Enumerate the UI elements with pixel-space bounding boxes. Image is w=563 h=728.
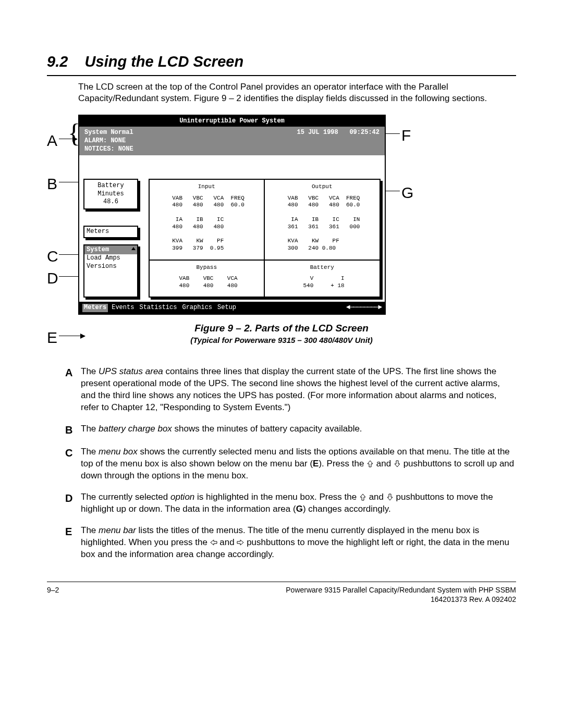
- arrow-A: [59, 139, 77, 139]
- figure-subcaption: (Typical for Powerware 9315 – 300 480/48…: [47, 335, 516, 346]
- panel-input-title: Input: [155, 183, 259, 190]
- panel-bypass-data: VAB VBC VCA 480 480 480: [176, 275, 238, 290]
- def-C-letter: C: [65, 446, 77, 482]
- left-arrow-icon: [210, 539, 217, 546]
- panel-input: Input VAB VBC VCA FREQ 480 480 480 60.0 …: [150, 180, 265, 260]
- intro-paragraph: The LCD screen at the top of the Control…: [78, 81, 516, 104]
- right-arrow-icon: [237, 539, 244, 546]
- arrow-E: [59, 336, 85, 336]
- menu-option-load-amps[interactable]: Load Amps: [84, 254, 137, 263]
- callout-D: D: [47, 268, 58, 288]
- def-D: D The currently selected option is highl…: [65, 491, 516, 515]
- def-B-text: The battery charge box shows the minutes…: [81, 423, 516, 437]
- callout-B: B: [47, 174, 57, 194]
- def-C: C The menu box shows the currently selec…: [65, 446, 516, 482]
- information-area: Input VAB VBC VCA FREQ 480 480 480 60.0 …: [149, 179, 381, 298]
- panel-bypass-title: Bypass: [155, 264, 259, 271]
- down-arrow-icon: [394, 460, 401, 467]
- status-line2: ALARM: NONE: [84, 137, 133, 145]
- menu-box[interactable]: System Load Amps Versions: [83, 244, 138, 298]
- lcd-menu-bar[interactable]: Meters Events Statistics Graphics Setup …: [79, 302, 385, 314]
- battery-value: 48.6: [87, 198, 135, 206]
- panel-input-data: VAB VBC VCA FREQ 480 480 480 60.0 IA IB …: [169, 195, 244, 252]
- def-A: A The UPS status area contains three lin…: [65, 366, 516, 414]
- battery-label1: Battery: [87, 182, 135, 190]
- meters-box: Meters: [83, 226, 138, 238]
- scroll-up-icon[interactable]: [131, 247, 136, 250]
- lcd-body: Battery Minutes 48.6 Meters System Load …: [79, 155, 385, 302]
- def-D-text: The currently selected option is highlig…: [81, 491, 516, 515]
- footer-page: 9–2: [47, 585, 59, 604]
- menubar-events[interactable]: Events: [110, 304, 136, 312]
- def-D-letter: D: [65, 491, 77, 515]
- panel-output-data: VAB VBC VCA FREQ 480 480 480 60.0 IA IB …: [284, 195, 360, 252]
- lcd-left-column: Battery Minutes 48.6 Meters System Load …: [83, 179, 138, 298]
- menubar-statistics[interactable]: Statistics: [138, 304, 178, 312]
- status-line1: System Normal: [84, 129, 133, 137]
- footer-right: Powerware 9315 Parallel Capacity/Redunda…: [286, 585, 516, 604]
- footer-line1: Powerware 9315 Parallel Capacity/Redunda…: [286, 585, 516, 595]
- callout-F: F: [401, 125, 411, 145]
- callout-A: A: [47, 130, 57, 151]
- def-E: E The menu bar lists the titles of the m…: [65, 525, 516, 561]
- menubar-graphics[interactable]: Graphics: [180, 304, 214, 312]
- status-left: System Normal ALARM: NONE NOTICES: NONE: [84, 129, 133, 153]
- up-arrow-icon: [366, 460, 374, 467]
- status-right: 15 JUL 1998 09:25:42: [297, 129, 380, 153]
- lcd-status-area: System Normal ALARM: NONE NOTICES: NONE …: [79, 127, 385, 155]
- section-title-text: Using the LCD Screen: [85, 53, 244, 70]
- battery-label2: Minutes: [87, 190, 135, 199]
- menu-option-versions[interactable]: Versions: [84, 263, 137, 271]
- panel-output: Output VAB VBC VCA FREQ 480 480 480 60.0…: [265, 180, 380, 260]
- def-B: B The battery charge box shows the minut…: [65, 423, 516, 437]
- down-arrow-icon: [386, 493, 394, 501]
- panel-battery-data: V I 540 + 18: [300, 275, 345, 290]
- rule: [47, 75, 516, 76]
- section-number: 9.2: [47, 53, 68, 70]
- battery-charge-box: Battery Minutes 48.6: [83, 179, 138, 209]
- def-C-text: The menu box shows the currently selecte…: [81, 446, 516, 482]
- menu-title: System: [87, 246, 109, 254]
- up-arrow-icon: [359, 493, 366, 501]
- callout-C: C: [47, 246, 58, 266]
- panel-battery-title: Battery: [270, 264, 375, 271]
- lcd-screen: Uninterruptible Power System System Norm…: [78, 115, 386, 315]
- callout-E: E: [47, 327, 57, 348]
- panel-bypass: Bypass VAB VBC VCA 480 480 480: [150, 261, 265, 297]
- callout-G: G: [401, 182, 413, 203]
- status-time: 09:25:42: [349, 129, 380, 136]
- callout-definitions: A The UPS status area contains three lin…: [65, 366, 516, 560]
- def-E-text: The menu bar lists the titles of the men…: [81, 525, 516, 561]
- menu-title-row: System: [84, 245, 137, 255]
- status-date: 15 JUL 1998: [297, 129, 338, 136]
- def-A-text: The UPS status area contains three lines…: [81, 366, 516, 414]
- figure-caption: Figure 9 – 2. Parts of the LCD Screen: [47, 322, 516, 335]
- meters-label: Meters: [87, 228, 109, 235]
- def-A-letter: A: [65, 366, 77, 414]
- footer-line2: 164201373 Rev. A 092402: [286, 595, 516, 604]
- status-line3: NOTICES: NONE: [84, 145, 133, 154]
- panel-output-title: Output: [270, 183, 375, 190]
- def-E-letter: E: [65, 525, 77, 561]
- menubar-meters[interactable]: Meters: [82, 304, 108, 312]
- def-B-letter: B: [65, 423, 77, 437]
- menubar-arrows-icon: ◄────────►: [346, 303, 382, 312]
- panel-battery: Battery V I 540 + 18: [265, 261, 380, 297]
- lcd-title: Uninterruptible Power System: [79, 116, 385, 127]
- figure-9-2: A { B C D E F G Uninterruptible Power Sy…: [47, 115, 516, 315]
- section-heading: 9.2 Using the LCD Screen: [47, 52, 516, 72]
- menubar-setup[interactable]: Setup: [216, 304, 238, 312]
- page-footer: 9–2 Powerware 9315 Parallel Capacity/Red…: [47, 582, 516, 604]
